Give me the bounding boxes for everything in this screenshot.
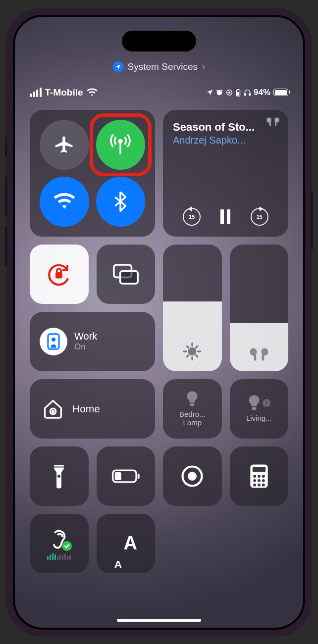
bulb-icon [248,395,261,411]
now-playing-tile[interactable]: Season of Sto... Andrzej Sapko... 15 15 [163,110,288,237]
phone-bezel: System Services › T-Mobile 94 [13,15,305,630]
svg-point-31 [188,472,197,481]
connectivity-tile[interactable] [30,110,155,237]
svg-rect-16 [254,354,256,361]
svg-rect-1 [228,92,230,93]
breadcrumb-label: System Services [128,61,198,72]
svg-point-40 [253,483,256,486]
airplane-icon [53,134,75,155]
skip-back-label: 15 [189,214,195,220]
text-size-button[interactable]: A A [97,514,156,573]
calculator-icon [249,464,269,489]
brightness-icon [182,342,202,361]
alarm-icon [215,89,223,97]
svg-point-25 [57,475,60,478]
svg-rect-5 [244,93,246,96]
svg-point-9 [274,117,279,123]
svg-point-39 [262,479,265,482]
wifi-toggle[interactable] [40,177,89,227]
headphones-icon [243,89,252,97]
wifi-icon [53,193,75,210]
orientation-lock-icon [45,260,73,288]
record-icon [180,464,204,488]
svg-rect-10 [275,122,276,126]
homekit-bedroom-tile[interactable]: Bedro... Lamp [163,379,222,439]
svg-point-22 [52,410,53,412]
svg-point-36 [262,475,265,478]
svg-point-14 [189,348,196,354]
hearing-level-bars [47,553,71,560]
svg-rect-3 [237,89,239,90]
screen: System Services › T-Mobile 94 [15,17,303,628]
skip-back-button[interactable]: 15 [183,208,201,226]
svg-rect-23 [190,403,195,406]
focus-work-icon [40,328,67,355]
skip-forward-button[interactable]: 15 [251,208,268,226]
svg-rect-4 [237,92,239,96]
skip-fwd-label: 15 [257,214,263,220]
svg-rect-24 [252,407,257,410]
focus-tile[interactable]: Work On [30,312,155,371]
homekit-label-1a: Bedro... [167,410,218,419]
bluetooth-toggle[interactable] [96,177,146,227]
svg-point-42 [262,483,265,486]
svg-rect-33 [253,466,265,471]
battery-pct: 94% [254,88,270,98]
location-arrow-icon [113,61,124,72]
airplane-mode-toggle[interactable] [40,120,89,170]
screen-mirroring-button[interactable] [97,245,156,304]
media-title: Season of Sto... [173,121,278,134]
battery-icon [273,89,288,96]
homekit-label-2: Living... [246,414,272,423]
orientation-lock-indicator-icon [225,89,233,97]
svg-rect-26 [54,466,64,467]
homekit-label-1b: Lamp [167,419,218,427]
focus-name: Work [74,331,97,342]
svg-point-7 [266,117,271,123]
homekit-living-tile[interactable]: ! Living... [230,379,289,439]
volume-slider[interactable] [230,245,289,371]
svg-rect-18 [262,354,264,361]
wifi-icon [87,88,98,97]
bluetooth-icon [113,191,127,212]
cellular-data-toggle[interactable] [96,120,146,170]
bulb-icon [186,391,199,407]
svg-rect-8 [269,122,271,126]
flashlight-icon [52,463,66,489]
svg-point-41 [258,483,261,486]
text-size-small-label: A [114,558,122,571]
calculator-button[interactable] [230,446,289,506]
info-badge-icon: ! [263,399,270,407]
play-pause-button[interactable] [220,209,230,224]
status-bar: T-Mobile 94% [15,87,303,98]
battery-widget-icon [235,89,241,97]
home-indicator[interactable] [117,619,201,622]
svg-point-15 [250,348,257,355]
svg-point-17 [261,348,268,355]
flashlight-button[interactable] [30,446,89,506]
screen-record-button[interactable] [163,446,222,506]
home-label: Home [72,403,100,415]
signal-bars-icon [30,88,42,97]
breadcrumb[interactable]: System Services › [113,60,206,73]
dynamic-island [122,31,196,51]
svg-point-34 [253,475,256,478]
svg-point-37 [253,479,256,482]
svg-rect-28 [137,473,139,479]
control-center-grid: Season of Sto... Andrzej Sapko... 15 15 [30,110,288,610]
orientation-lock-toggle[interactable] [30,245,89,304]
chevron-right-icon: › [202,60,205,73]
svg-point-38 [258,479,261,482]
screen-mirroring-icon [112,263,140,286]
low-power-button[interactable] [97,446,156,506]
brightness-slider[interactable] [163,245,222,371]
svg-point-20 [52,337,55,341]
home-tile[interactable]: Home [30,379,155,439]
phone-frame: System Services › T-Mobile 94 [6,8,312,637]
check-badge-icon [62,541,72,551]
hearing-button[interactable] [30,514,89,573]
location-indicator-icon [206,89,213,96]
airpods-volume-icon [248,347,270,361]
svg-point-35 [258,475,261,478]
airpods-route-icon [265,117,280,127]
